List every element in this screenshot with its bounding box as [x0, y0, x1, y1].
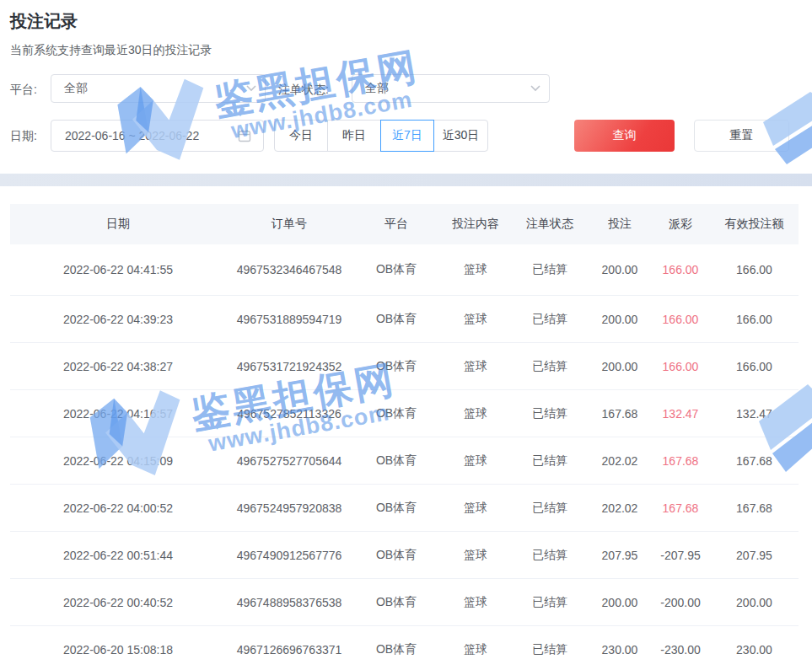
quick-date-button-近7日[interactable]: 近7日 — [380, 120, 434, 152]
status-select-value: 全部 — [365, 81, 389, 96]
payout-cell: -230.00 — [651, 643, 710, 657]
status-cell: 已结算 — [511, 642, 589, 657]
table-row: 2022-06-22 04:38:274967531721924352OB体育篮… — [10, 343, 799, 390]
platform-cell: OB体育 — [352, 501, 440, 516]
table-row: 2022-06-22 00:40:524967488958376538OB体育篮… — [10, 579, 799, 626]
quick-date-button-今日[interactable]: 今日 — [274, 120, 328, 152]
order-cell: 4967527852113326 — [226, 407, 352, 421]
status-cell: 已结算 — [511, 406, 589, 421]
payout-cell: -207.95 — [651, 549, 710, 562]
quick-date-button-昨日[interactable]: 昨日 — [327, 120, 381, 152]
platform-label: 平台: — [10, 74, 37, 105]
table-row: 2022-06-22 04:00:524967524957920838OB体育篮… — [10, 485, 799, 532]
valid-bet-cell: 230.00 — [710, 643, 799, 657]
order-cell: 4967524957920838 — [226, 501, 352, 515]
table-row: 2022-06-22 00:51:444967490912567776OB体育篮… — [10, 532, 799, 579]
table-row: 2022-06-22 04:16:574967527852113326OB体育篮… — [10, 390, 799, 437]
platform-cell: OB体育 — [352, 548, 440, 563]
order-cell: 4967488958376538 — [226, 596, 352, 609]
date-label: 日期: — [10, 121, 37, 151]
order-cell: 4967531721924352 — [226, 360, 352, 373]
query-button[interactable]: 查询 — [574, 120, 675, 152]
quick-date-group: 今日昨日近7日近30日 — [274, 120, 488, 152]
column-header: 平台 — [352, 217, 440, 232]
date-cell: 2022-06-22 04:38:27 — [10, 360, 226, 373]
content-cell: 篮球 — [440, 548, 511, 563]
reset-button[interactable]: 重置 — [694, 120, 789, 152]
date-cell: 2022-06-22 00:51:44 — [10, 549, 226, 562]
table-row: 2022-06-22 04:39:234967531889594719OB体育篮… — [10, 296, 799, 343]
column-header: 日期 — [10, 217, 226, 232]
date-cell: 2022-06-22 04:00:52 — [10, 501, 226, 515]
payout-cell: -200.00 — [651, 596, 710, 609]
date-cell: 2022-06-22 04:16:57 — [10, 407, 226, 421]
payout-cell: 166.00 — [651, 360, 710, 373]
platform-cell: OB体育 — [352, 406, 440, 421]
calendar-icon — [238, 129, 251, 145]
content-cell: 篮球 — [440, 359, 511, 374]
column-header: 投注内容 — [440, 217, 511, 232]
order-cell: 4967532346467548 — [226, 263, 352, 276]
platform-cell: OB体育 — [352, 262, 440, 277]
platform-cell: OB体育 — [352, 642, 440, 657]
valid-bet-cell: 166.00 — [710, 360, 799, 373]
bet-records-table: 日期订单号平台投注内容注单状态投注派彩有效投注额 2022-06-22 04:4… — [10, 204, 799, 670]
status-cell: 已结算 — [511, 595, 589, 610]
table-body: 2022-06-22 04:41:554967532346467548OB体育篮… — [10, 244, 799, 670]
platform-cell: OB体育 — [352, 595, 440, 610]
status-select[interactable]: 全部 — [352, 74, 550, 103]
table-row: 2022-06-22 04:15:094967527527705644OB体育篮… — [10, 437, 799, 485]
bet-cell: 200.00 — [589, 263, 651, 276]
table-row: 2022-06-22 04:41:554967532346467548OB体育篮… — [10, 244, 799, 296]
payout-cell: 132.47 — [651, 407, 710, 421]
valid-bet-cell: 207.95 — [710, 549, 799, 562]
status-cell: 已结算 — [511, 501, 589, 516]
content-cell: 篮球 — [440, 262, 511, 277]
bet-cell: 200.00 — [589, 360, 651, 373]
table-header-row: 日期订单号平台投注内容注单状态投注派彩有效投注额 — [10, 204, 799, 244]
chevron-down-icon — [246, 85, 256, 92]
bet-cell: 207.95 — [589, 549, 651, 562]
date-range-input[interactable]: 2022-06-16 ~ 2022-06-22 — [51, 120, 264, 152]
content-cell: 篮球 — [440, 501, 511, 516]
column-header: 派彩 — [651, 217, 710, 232]
status-label: 注单状态: — [278, 74, 329, 105]
status-cell: 已结算 — [511, 548, 589, 563]
table-row: 2022-06-20 15:08:184967126696763371OB体育篮… — [10, 626, 799, 670]
chevron-down-icon — [530, 85, 540, 92]
platform-cell: OB体育 — [352, 359, 440, 374]
valid-bet-cell: 200.00 — [710, 596, 799, 609]
page-subtitle: 当前系统支持查询最近30日的投注记录 — [10, 43, 212, 58]
order-cell: 4967527527705644 — [226, 454, 352, 468]
valid-bet-cell: 166.00 — [710, 263, 799, 276]
payout-cell: 166.00 — [651, 313, 710, 326]
platform-select[interactable]: 全部 — [51, 74, 266, 103]
content-cell: 篮球 — [440, 595, 511, 610]
bet-cell: 167.68 — [589, 407, 651, 421]
page-title: 投注记录 — [10, 10, 78, 33]
bet-cell: 200.00 — [589, 596, 651, 609]
platform-cell: OB体育 — [352, 453, 440, 469]
content-cell: 篮球 — [440, 406, 511, 421]
status-cell: 已结算 — [511, 312, 589, 327]
date-cell: 2022-06-22 04:39:23 — [10, 313, 226, 326]
bet-cell: 202.02 — [589, 501, 651, 515]
column-header: 投注 — [589, 217, 651, 232]
status-cell: 已结算 — [511, 359, 589, 374]
order-cell: 4967126696763371 — [226, 643, 352, 657]
column-header: 有效投注额 — [710, 217, 799, 232]
payout-cell: 167.68 — [651, 501, 710, 515]
bet-cell: 202.02 — [589, 454, 651, 468]
payout-cell: 166.00 — [651, 263, 710, 276]
bet-cell: 200.00 — [589, 313, 651, 326]
date-cell: 2022-06-22 04:15:09 — [10, 454, 226, 468]
valid-bet-cell: 167.68 — [710, 501, 799, 515]
quick-date-button-近30日[interactable]: 近30日 — [433, 120, 488, 152]
date-range-value: 2022-06-16 ~ 2022-06-22 — [65, 129, 199, 142]
content-cell: 篮球 — [440, 453, 511, 469]
platform-select-value: 全部 — [64, 81, 88, 96]
date-cell: 2022-06-22 00:40:52 — [10, 596, 226, 609]
valid-bet-cell: 167.68 — [710, 454, 799, 468]
platform-cell: OB体育 — [352, 312, 440, 327]
date-cell: 2022-06-22 04:41:55 — [10, 263, 226, 276]
